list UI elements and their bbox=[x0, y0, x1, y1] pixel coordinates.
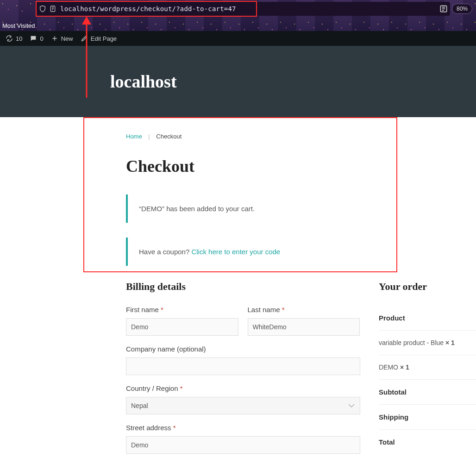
plus-icon bbox=[51, 35, 58, 42]
first-name-row: First name * bbox=[126, 306, 238, 336]
cart-added-text: “DEMO” has been added to your cart. bbox=[139, 205, 255, 213]
comment-icon bbox=[30, 35, 37, 42]
street-input[interactable] bbox=[126, 436, 360, 454]
order-table: Product variable product - Blue × 1 DEMO… bbox=[379, 306, 476, 454]
most-visited-label[interactable]: Most Visited bbox=[2, 22, 35, 29]
order-total: Total bbox=[379, 430, 476, 454]
order-heading: Your order bbox=[379, 281, 476, 293]
zoom-badge[interactable]: 80% bbox=[452, 4, 472, 14]
refresh-icon bbox=[6, 35, 13, 42]
country-select[interactable]: Nepal bbox=[126, 397, 360, 414]
page-content: Home | Checkout Checkout “DEMO” has been… bbox=[126, 117, 476, 458]
site-header: localhost bbox=[0, 46, 476, 117]
wp-edit-page[interactable]: Edit Page bbox=[81, 35, 117, 42]
order-product-header: Product bbox=[379, 306, 476, 331]
wp-updates[interactable]: 10 bbox=[6, 35, 22, 42]
coupon-prompt: Have a coupon? bbox=[139, 248, 191, 256]
street-label: Street address * bbox=[126, 424, 360, 432]
wp-edit-label: Edit Page bbox=[91, 35, 117, 42]
url-bar[interactable]: localhost/wordpress/checkout/?add-to-car… bbox=[36, 2, 450, 16]
order-subtotal: Subtotal bbox=[379, 380, 476, 405]
page-band: Home | Checkout Checkout “DEMO” has been… bbox=[0, 117, 476, 458]
company-input[interactable] bbox=[126, 358, 360, 375]
first-name-label: First name * bbox=[126, 306, 238, 314]
order-item: DEMO × 1 bbox=[379, 355, 476, 380]
order-item-qty: × 1 bbox=[445, 339, 455, 346]
cart-added-notice: “DEMO” has been added to your cart. bbox=[126, 194, 476, 223]
wp-comments[interactable]: 0 bbox=[30, 35, 43, 42]
page-title: Checkout bbox=[126, 157, 476, 176]
billing-section: Billing details First name * Last name *… bbox=[126, 281, 360, 458]
order-item: variable product - Blue × 1 bbox=[379, 331, 476, 355]
order-item-name: variable product - Blue bbox=[379, 339, 445, 346]
street-row: Street address * bbox=[126, 424, 360, 454]
order-section: Your order Product variable product - Bl… bbox=[379, 281, 476, 458]
breadcrumb: Home | Checkout bbox=[126, 133, 476, 140]
last-name-row: Last name * bbox=[248, 306, 360, 336]
order-item-qty: × 1 bbox=[400, 364, 409, 371]
url-icons bbox=[39, 5, 56, 13]
wp-admin-bar: 10 0 New Edit Page bbox=[0, 31, 476, 46]
page-icon bbox=[49, 5, 56, 13]
first-name-input[interactable] bbox=[126, 318, 238, 336]
browser-chrome: localhost/wordpress/checkout/?add-to-car… bbox=[0, 0, 476, 31]
breadcrumb-sep: | bbox=[148, 133, 150, 140]
wp-new-label: New bbox=[61, 35, 73, 42]
wp-new[interactable]: New bbox=[51, 35, 73, 42]
wp-updates-count: 10 bbox=[16, 35, 22, 42]
reader-mode-icon[interactable] bbox=[439, 4, 448, 13]
shield-icon[interactable] bbox=[39, 5, 46, 13]
wp-comments-count: 0 bbox=[40, 35, 43, 42]
pencil-icon bbox=[81, 35, 88, 42]
breadcrumb-current: Checkout bbox=[156, 133, 182, 140]
billing-heading: Billing details bbox=[126, 281, 360, 293]
breadcrumb-home[interactable]: Home bbox=[126, 133, 142, 140]
order-item-name: DEMO bbox=[379, 364, 400, 371]
checkout-columns: Billing details First name * Last name *… bbox=[126, 281, 476, 458]
last-name-label: Last name * bbox=[248, 306, 360, 314]
coupon-notice: Have a coupon? Click here to enter your … bbox=[126, 238, 476, 266]
country-row: Country / Region * Nepal bbox=[126, 384, 360, 414]
company-row: Company name (optional) bbox=[126, 345, 360, 375]
country-label: Country / Region * bbox=[126, 384, 360, 392]
url-text[interactable]: localhost/wordpress/checkout/?add-to-car… bbox=[60, 5, 447, 13]
company-label: Company name (optional) bbox=[126, 345, 360, 353]
site-title[interactable]: localhost bbox=[110, 71, 177, 92]
last-name-input[interactable] bbox=[248, 318, 360, 336]
coupon-link[interactable]: Click here to enter your code bbox=[191, 248, 280, 256]
order-shipping: Shipping bbox=[379, 405, 476, 430]
